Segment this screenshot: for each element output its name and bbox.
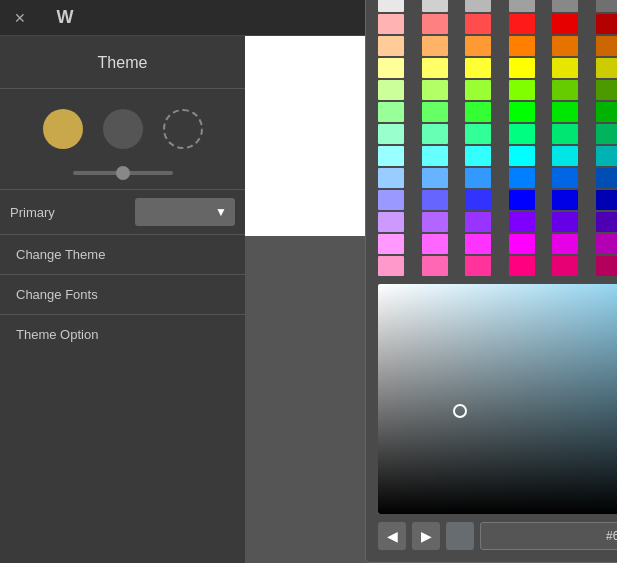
color-swatch[interactable]	[422, 234, 448, 254]
picker-next-button[interactable]: ▶	[412, 522, 440, 550]
theme-options-button[interactable]: Theme Option	[0, 314, 245, 354]
close-icon: ✕	[14, 10, 26, 26]
content-area: ◀ ◀ ▶ #666c70 ◀	[245, 36, 617, 563]
color-swatch[interactable]	[422, 124, 448, 144]
logo-icon: W	[57, 7, 74, 28]
change-theme-button[interactable]: Change Theme	[0, 234, 245, 274]
slider-track[interactable]	[73, 171, 173, 175]
color-swatch[interactable]	[378, 36, 404, 56]
color-swatch[interactable]	[552, 190, 578, 210]
picker-prev-button[interactable]: ◀	[378, 522, 406, 550]
color-swatch[interactable]	[509, 234, 535, 254]
color-swatch[interactable]	[378, 146, 404, 166]
color-swatch[interactable]	[465, 0, 491, 12]
color-swatch[interactable]	[465, 80, 491, 100]
color-swatch[interactable]	[422, 36, 448, 56]
color-swatch[interactable]	[509, 190, 535, 210]
color-swatch[interactable]	[465, 58, 491, 78]
color-swatch[interactable]	[378, 80, 404, 100]
primary-dropdown[interactable]: ▼	[135, 198, 235, 226]
color-swatch[interactable]	[509, 80, 535, 100]
color-swatch[interactable]	[552, 58, 578, 78]
color-swatch[interactable]	[509, 14, 535, 34]
color-swatch[interactable]	[422, 212, 448, 232]
color-swatch[interactable]	[509, 212, 535, 232]
color-swatch[interactable]	[552, 0, 578, 12]
close-button[interactable]: ✕	[0, 10, 40, 26]
color-swatch[interactable]	[552, 168, 578, 188]
color-swatch[interactable]	[378, 212, 404, 232]
color-swatch[interactable]	[509, 36, 535, 56]
color-swatch[interactable]	[552, 36, 578, 56]
color-swatch[interactable]	[552, 102, 578, 122]
color-swatch[interactable]	[596, 256, 617, 276]
color-swatch[interactable]	[552, 256, 578, 276]
color-swatch[interactable]	[596, 80, 617, 100]
color-swatch[interactable]	[552, 14, 578, 34]
color-swatch[interactable]	[596, 36, 617, 56]
color-swatch[interactable]	[465, 212, 491, 232]
gradient-selector[interactable]	[453, 404, 467, 418]
color-swatch[interactable]	[422, 190, 448, 210]
color-swatch[interactable]	[596, 234, 617, 254]
color-swatch[interactable]	[465, 168, 491, 188]
color-swatch[interactable]	[552, 80, 578, 100]
color-swatch[interactable]	[509, 0, 535, 12]
color-swatch[interactable]	[422, 58, 448, 78]
color-swatch[interactable]	[465, 146, 491, 166]
color-swatch[interactable]	[378, 14, 404, 34]
color-swatch[interactable]	[596, 212, 617, 232]
color-swatch[interactable]	[552, 146, 578, 166]
color-circle-add[interactable]	[163, 109, 203, 149]
color-swatch[interactable]	[552, 124, 578, 144]
picker-bottom: ◀ ▶ #666c70 ◀	[378, 522, 617, 550]
color-swatch[interactable]	[378, 0, 404, 12]
hex-input[interactable]: #666c70	[480, 522, 617, 550]
color-swatch[interactable]	[465, 190, 491, 210]
color-swatch[interactable]	[509, 102, 535, 122]
gradient-box[interactable]	[378, 284, 617, 514]
color-swatch[interactable]	[378, 58, 404, 78]
color-swatch[interactable]	[509, 58, 535, 78]
slider-thumb[interactable]	[116, 166, 130, 180]
change-fonts-button[interactable]: Change Fonts	[0, 274, 245, 314]
color-swatch[interactable]	[422, 168, 448, 188]
color-circle-dark[interactable]	[103, 109, 143, 149]
color-swatch[interactable]	[509, 256, 535, 276]
color-swatch[interactable]	[596, 14, 617, 34]
color-swatch[interactable]	[552, 212, 578, 232]
color-swatch[interactable]	[422, 102, 448, 122]
color-swatch[interactable]	[378, 234, 404, 254]
color-swatch[interactable]	[596, 146, 617, 166]
slider-row	[0, 159, 245, 189]
color-swatch[interactable]	[422, 146, 448, 166]
color-swatch[interactable]	[422, 80, 448, 100]
color-swatch[interactable]	[596, 190, 617, 210]
color-swatch[interactable]	[509, 146, 535, 166]
color-swatch[interactable]	[596, 0, 617, 12]
color-swatch[interactable]	[552, 234, 578, 254]
color-swatch[interactable]	[596, 58, 617, 78]
color-swatch[interactable]	[378, 102, 404, 122]
color-swatch[interactable]	[596, 124, 617, 144]
color-swatch[interactable]	[378, 256, 404, 276]
color-swatch[interactable]	[465, 36, 491, 56]
color-swatch[interactable]	[465, 124, 491, 144]
color-swatch[interactable]	[596, 102, 617, 122]
color-swatch[interactable]	[509, 168, 535, 188]
color-circle-gold[interactable]	[43, 109, 83, 149]
primary-label: Primary	[10, 205, 135, 220]
color-swatch[interactable]	[509, 124, 535, 144]
color-swatch[interactable]	[465, 234, 491, 254]
color-swatch[interactable]	[465, 14, 491, 34]
color-swatch[interactable]	[596, 168, 617, 188]
color-swatch[interactable]	[422, 256, 448, 276]
color-swatch[interactable]	[378, 190, 404, 210]
color-swatch[interactable]	[422, 0, 448, 12]
color-swatch[interactable]	[422, 14, 448, 34]
picker-area: ◀	[378, 284, 617, 514]
color-swatch[interactable]	[465, 256, 491, 276]
color-swatch[interactable]	[378, 124, 404, 144]
color-swatch[interactable]	[378, 168, 404, 188]
color-swatch[interactable]	[465, 102, 491, 122]
